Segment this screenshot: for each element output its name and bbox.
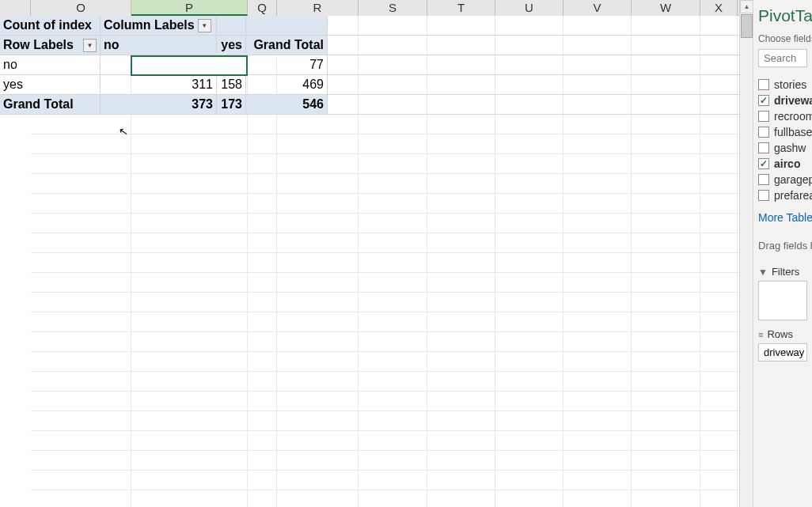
pivot-row-labels[interactable]: Row Labels ▼ [0, 36, 101, 55]
checkbox-airco[interactable] [758, 158, 769, 169]
col-header-S[interactable]: S [359, 0, 427, 16]
scroll-up-button[interactable]: ▲ [740, 0, 753, 13]
col-header-Q[interactable]: Q [248, 0, 277, 16]
pane-title: PivotTable Fields [758, 6, 807, 25]
select-all-corner[interactable] [0, 0, 31, 16]
field-airco[interactable]: airco [758, 156, 807, 172]
col-header-grand-total: Grand Total [246, 36, 328, 55]
row-no-label[interactable]: no [0, 55, 101, 74]
field-label: stories [774, 78, 806, 91]
cell-yes-yes[interactable]: 158 [217, 75, 246, 94]
choose-fields-label: Choose fields to add to report: [758, 33, 807, 44]
col-header-R[interactable]: R [277, 0, 359, 16]
field-label: fullbase [774, 126, 812, 138]
field-fullbase[interactable]: fullbase [758, 124, 807, 140]
gt-no: 373 [101, 95, 217, 114]
filters-label: Filters [772, 266, 799, 278]
row-labels-text: Row Labels [3, 38, 74, 52]
checkbox-garagepl[interactable] [758, 174, 769, 185]
rows-chip-driveway[interactable]: driveway [758, 343, 807, 361]
col-header-X[interactable]: X [700, 0, 738, 16]
field-label: gashw [774, 142, 806, 154]
cell-no-gt[interactable]: 77 [246, 55, 328, 74]
gt-yes: 173 [217, 95, 246, 114]
filter-icon: ▼ [758, 267, 768, 278]
drag-fields-label: Drag fields between areas below: [758, 240, 807, 252]
cursor-icon: ↖ [118, 124, 130, 138]
col-header-P[interactable]: P [131, 0, 248, 16]
more-tables-link[interactable]: More Tables... [758, 211, 807, 224]
gt-gt: 546 [246, 95, 328, 114]
rows-label: Rows [767, 328, 793, 340]
checkbox-driveway[interactable] [758, 95, 769, 106]
column-headers: OPQRSTUVWX [0, 0, 739, 16]
col-header-T[interactable]: T [427, 0, 495, 16]
field-recroom[interactable]: recroom [758, 108, 807, 124]
vertical-scrollbar[interactable]: ▲ [739, 0, 753, 507]
rows-area: ≡ Rows driveway [758, 328, 807, 361]
pivot-fields-pane: PivotTable Fields Choose fields to add t… [753, 0, 812, 507]
row-labels-dropdown[interactable]: ▼ [83, 39, 97, 52]
col-header-yes: yes [217, 36, 246, 55]
col-header-U[interactable]: U [495, 0, 563, 16]
cell-r1 [246, 16, 328, 35]
rows-icon: ≡ [758, 330, 763, 339]
column-labels-text: Column Labels [104, 18, 195, 32]
pivot-column-labels[interactable]: Column Labels ▼ [101, 16, 217, 35]
col-header-no: no [101, 36, 217, 55]
field-driveway[interactable]: driveway [758, 93, 807, 108]
cell-no-no[interactable]: 62 [101, 55, 217, 74]
checkbox-stories[interactable] [758, 79, 769, 90]
col-header-O[interactable]: O [31, 0, 131, 16]
grand-total-label: Grand Total [0, 95, 101, 114]
filters-area: ▼ Filters [758, 266, 807, 320]
field-label: garagepl [774, 173, 812, 186]
cell-no-yes[interactable]: 15 [217, 55, 246, 74]
search-input[interactable] [758, 49, 807, 67]
col-header-W[interactable]: W [632, 0, 700, 16]
field-garagepl[interactable]: garagepl [758, 172, 807, 187]
cell-yes-no[interactable]: 311 [101, 75, 217, 94]
field-stories[interactable]: stories [758, 77, 807, 93]
checkbox-gashw[interactable] [758, 142, 769, 153]
field-list: storiesdrivewayrecroomfullbasegashwairco… [758, 77, 807, 203]
field-label: recroom [774, 110, 812, 123]
checkbox-prefarea[interactable] [758, 190, 769, 201]
scroll-thumb[interactable] [741, 14, 753, 38]
field-label: driveway [774, 94, 812, 107]
checkbox-fullbase[interactable] [758, 127, 769, 138]
row-yes-label[interactable]: yes [0, 75, 101, 94]
filters-dropzone[interactable] [758, 281, 807, 320]
col-header-V[interactable]: V [563, 0, 632, 16]
checkbox-recroom[interactable] [758, 111, 769, 122]
column-labels-dropdown[interactable]: ▼ [198, 19, 211, 32]
cell-yes-gt[interactable]: 469 [246, 75, 328, 94]
pivot-measure-label: Count of index [0, 16, 101, 35]
cell-q1 [217, 16, 246, 35]
field-prefarea[interactable]: prefarea [758, 187, 807, 203]
field-gashw[interactable]: gashw [758, 140, 807, 156]
field-label: airco [774, 157, 800, 170]
field-label: prefarea [774, 189, 812, 202]
